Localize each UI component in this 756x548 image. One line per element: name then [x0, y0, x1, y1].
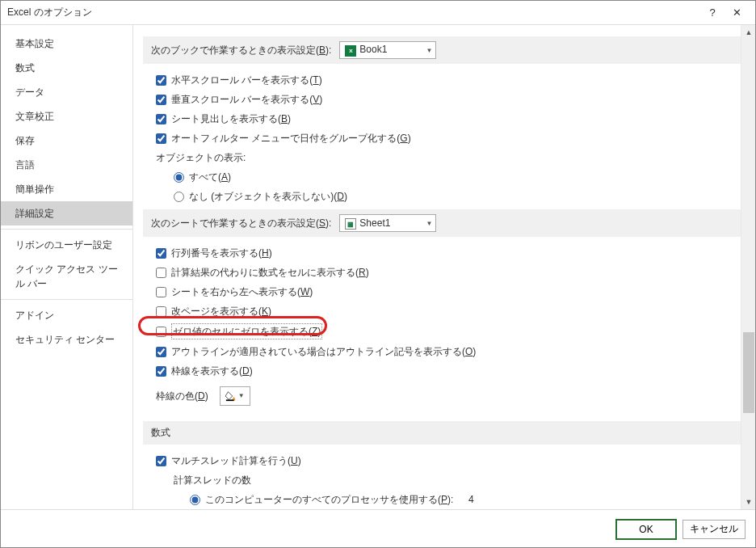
scroll-up-button[interactable]: ▲: [741, 25, 755, 40]
nav-easyaccess[interactable]: 簡単操作: [1, 177, 132, 201]
multithread-checkbox[interactable]: [156, 456, 166, 466]
sheettabs-label: シート見出しを表示する(B): [171, 112, 291, 126]
allcpu-radio[interactable]: [190, 495, 200, 505]
rowcol-checkbox[interactable]: [156, 248, 166, 259]
section-formula-header: 数式: [143, 421, 741, 445]
pagebreak-checkbox[interactable]: [156, 306, 166, 317]
rtl-label: シートを右から左へ表示する(W): [171, 285, 313, 299]
showformula-label: 計算結果の代わりに数式をセルに表示する(R): [171, 265, 369, 280]
nav-advanced[interactable]: 詳細設定: [1, 201, 132, 226]
objects-label: オブジェクトの表示:: [156, 150, 246, 165]
vscroll-label: 垂直スクロール バーを表示する(V): [171, 92, 322, 107]
nav-save[interactable]: 保存: [1, 129, 132, 153]
obj-all-radio[interactable]: [174, 172, 184, 183]
threads-label: 計算スレッドの数: [174, 473, 251, 487]
autofilter-label: オートフィルター メニューで日付をグループ化する(G): [171, 131, 411, 145]
chevron-down-icon: ▼: [238, 391, 245, 401]
outline-checkbox[interactable]: [156, 347, 166, 357]
obj-none-label: なし (オブジェクトを表示しない)(D): [189, 189, 347, 204]
cpucount-value: 4: [468, 492, 474, 507]
gridlines-label: 枠線を表示する(D): [171, 364, 253, 378]
allcpu-label: このコンピューターのすべてのプロセッサを使用する(P):: [205, 492, 453, 507]
nav-ribbon[interactable]: リボンのユーザー設定: [1, 233, 132, 257]
book-combo[interactable]: xBook1▼: [339, 41, 436, 59]
nav-addins[interactable]: アドイン: [1, 303, 132, 327]
fill-bucket-icon: [225, 390, 237, 402]
scroll-down-button[interactable]: ▼: [741, 495, 755, 509]
sheettabs-checkbox[interactable]: [156, 114, 166, 124]
nav-proofing[interactable]: 文章校正: [1, 104, 132, 129]
showzero-label: ゼロ値のセルにゼロを表示する(Z): [171, 323, 322, 339]
footer: OK キャンセル: [1, 509, 755, 548]
gridcolor-button[interactable]: ▼: [220, 386, 250, 406]
sheet-combo[interactable]: ▦Sheet1▼: [339, 214, 436, 232]
outline-label: アウトラインが適用されている場合はアウトライン記号を表示する(O): [171, 344, 476, 359]
multithread-label: マルチスレッド計算を行う(U): [171, 453, 301, 468]
showzero-checkbox[interactable]: [156, 327, 166, 337]
cancel-button[interactable]: キャンセル: [682, 520, 746, 539]
pagebreak-label: 改ページを表示する(K): [171, 304, 271, 318]
ok-button[interactable]: OK: [616, 520, 676, 539]
autofilter-checkbox[interactable]: [156, 133, 166, 144]
nav-basic[interactable]: 基本設定: [1, 32, 132, 56]
nav-language[interactable]: 言語: [1, 153, 132, 177]
help-button[interactable]: ?: [700, 1, 724, 25]
obj-none-radio[interactable]: [174, 192, 184, 202]
title-bar: Excel のオプション ? ✕: [1, 1, 755, 25]
nav-data[interactable]: データ: [1, 80, 132, 104]
rtl-checkbox[interactable]: [156, 287, 166, 297]
section-sheet-header: 次のシートで作業するときの表示設定(S): ▦Sheet1▼: [143, 209, 741, 237]
showformula-checkbox[interactable]: [156, 268, 166, 278]
hscroll-label: 水平スクロール バーを表示する(T): [171, 73, 322, 87]
chevron-down-icon: ▼: [426, 220, 432, 227]
nav-qat[interactable]: クイック アクセス ツール バー: [1, 257, 132, 296]
svg-rect-0: [226, 399, 234, 401]
rowcol-label: 行列番号を表示する(H): [171, 246, 272, 260]
vscroll-checkbox[interactable]: [156, 95, 166, 105]
nav-trustcenter[interactable]: セキュリティ センター: [1, 327, 132, 352]
gridcolor-label: 枠線の色(D): [156, 389, 208, 403]
vertical-scrollbar[interactable]: ▲ ▼: [741, 25, 755, 509]
obj-all-label: すべて(A): [189, 170, 231, 184]
nav-formulas[interactable]: 数式: [1, 56, 132, 80]
window-title: Excel のオプション: [7, 6, 700, 19]
close-button[interactable]: ✕: [724, 1, 749, 25]
scroll-thumb[interactable]: [743, 332, 754, 413]
section-book-header: 次のブックで作業するときの表示設定(B): xBook1▼: [143, 36, 741, 64]
sidebar: 基本設定 数式 データ 文章校正 保存 言語 簡単操作 詳細設定 リボンのユーザ…: [1, 25, 133, 509]
hscroll-checkbox[interactable]: [156, 75, 166, 86]
gridlines-checkbox[interactable]: [156, 366, 166, 377]
chevron-down-icon: ▼: [426, 47, 432, 54]
